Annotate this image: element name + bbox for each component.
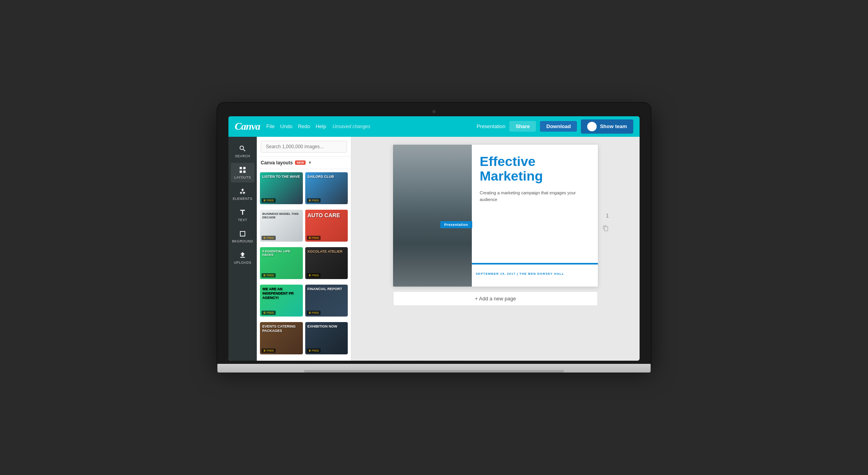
card-title: FINANCIAL REPORT [308, 287, 346, 291]
main-layout: SEARCH LAYOUTS ELEMENTS [228, 137, 640, 361]
layouts-icon [239, 166, 247, 174]
undo-menu[interactable]: Undo [280, 123, 292, 129]
crown-icon: ♛ [308, 274, 311, 277]
slide[interactable]: Effective Marketing Creating a marketing… [393, 145, 598, 287]
sidebar-item-uploads[interactable]: UPLOADS [231, 248, 254, 268]
sidebar-item-background[interactable]: BKGROUND [231, 227, 254, 246]
redo-menu[interactable]: Redo [298, 123, 310, 129]
card-title: AUTO CARE [308, 212, 346, 219]
file-menu[interactable]: File [266, 123, 274, 129]
crown-icon: ♛ [263, 274, 266, 277]
free-badge: ♛ FREE [262, 311, 276, 315]
layouts-grid: LISTEN TO THE WAVE ♛ FREE SAILORS CLUB ♛… [257, 169, 351, 361]
crown-icon: ♛ [308, 199, 311, 202]
slide-subtitle: Creating a marketing campaign that engag… [480, 190, 590, 203]
unsaved-changes-label: Unsaved changes [332, 124, 370, 129]
crown-icon: ♛ [308, 349, 311, 352]
layout-card-listen[interactable]: LISTEN TO THE WAVE ♛ FREE [260, 172, 303, 204]
background-icon [239, 230, 247, 238]
download-button[interactable]: Download [540, 121, 577, 132]
free-badge: ♛ FREE [307, 311, 321, 315]
crown-icon: ♛ [308, 311, 311, 315]
slide-content: Effective Marketing Creating a marketing… [393, 145, 598, 287]
card-title: EXHIBITION NOW [308, 324, 346, 329]
layout-card-agency[interactable]: WE ARE AN INDEPENDENT PR AGENCY! ♛ FREE [260, 285, 303, 317]
new-badge: NEW [295, 160, 306, 165]
sidebar-item-elements[interactable]: ELEMENTS [231, 184, 254, 204]
slide-image [393, 145, 472, 287]
layout-card-financial[interactable]: FINANCIAL REPORT ♛ FREE [305, 285, 348, 317]
text-label: TEXT [238, 218, 247, 222]
show-team-button[interactable]: Show team [581, 119, 633, 134]
sidebar-item-search[interactable]: SEARCH [231, 142, 254, 161]
search-box [257, 137, 351, 157]
crown-icon: ♛ [263, 236, 266, 240]
slide-text-area: Effective Marketing Creating a marketing… [472, 145, 598, 287]
free-badge: ♛ FREE [307, 273, 321, 278]
chevron-down-icon: ▼ [308, 160, 312, 165]
uploads-icon [239, 251, 247, 259]
card-title: EVENTS CATERING PACKAGES [262, 324, 300, 333]
free-badge: ♛ FREE [307, 236, 321, 240]
slide-title: Effective Marketing [480, 154, 590, 184]
crown-icon: ♛ [263, 311, 266, 315]
add-page-button[interactable]: + Add a new page [393, 291, 598, 306]
presentation-type-label: Presentation [477, 123, 505, 129]
free-badge: ♛ FREE [262, 273, 276, 278]
slide-image-overlay [393, 145, 472, 287]
canva-logo[interactable]: Canva [235, 121, 260, 132]
search-input[interactable] [261, 141, 347, 153]
layouts-dropdown-label: Canva layouts [261, 160, 293, 166]
slide-blue-bar [472, 263, 598, 265]
card-title: WE ARE AN INDEPENDENT PR AGENCY! [262, 287, 300, 300]
card-title: LISTEN TO THE WAVE [262, 175, 300, 179]
canvas-area: Effective Marketing Creating a marketing… [351, 137, 640, 361]
help-menu[interactable]: Help [315, 123, 326, 129]
layouts-label: LAYOUTS [234, 175, 251, 179]
layout-card-auto[interactable]: AUTO CARE ♛ FREE [305, 210, 348, 242]
layouts-header: Canva layouts NEW ▼ [257, 157, 351, 169]
topbar: Canva File Undo Redo Help Unsaved change… [228, 116, 640, 137]
search-label: SEARCH [235, 154, 250, 158]
layout-card-business[interactable]: Business Model this Decade ♛ FREE [260, 210, 303, 242]
sidebar-item-text[interactable]: TEXT [231, 205, 254, 225]
screen: Canva File Undo Redo Help Unsaved change… [228, 116, 640, 361]
camera [432, 110, 436, 113]
show-team-label: Show team [600, 123, 627, 129]
layout-card-events[interactable]: EVENTS CATERING PACKAGES ♛ FREE [260, 322, 303, 354]
screen-bezel: Canva File Undo Redo Help Unsaved change… [217, 103, 651, 364]
free-badge: ♛ FREE [262, 236, 276, 240]
slide-label-bar: Presentation [440, 221, 472, 228]
topbar-right: Presentation Share Download Show team [477, 119, 633, 134]
slide-container: Effective Marketing Creating a marketing… [393, 145, 598, 287]
free-badge: ♛ FREE [262, 198, 276, 203]
text-icon [239, 209, 247, 216]
topbar-menu: File Undo Redo Help [266, 123, 326, 129]
free-badge: ♛ FREE [307, 198, 321, 203]
elements-icon [239, 187, 247, 195]
free-badge: ♛ FREE [307, 348, 321, 353]
layout-card-chocolate[interactable]: XOCOLATE ATELIER ♛ FREE [305, 247, 348, 279]
layout-card-exhibition[interactable]: EXHIBITION NOW ♛ FREE [305, 322, 348, 354]
slide-page-number: 1 [606, 212, 609, 219]
layout-card-sailors[interactable]: SAILORS CLUB ♛ FREE [305, 172, 348, 204]
crown-icon: ♛ [263, 199, 266, 202]
laptop-base [217, 364, 651, 373]
share-button[interactable]: Share [509, 121, 536, 132]
elements-label: ELEMENTS [233, 197, 252, 201]
copy-page-icon[interactable] [603, 225, 609, 233]
laptop-container: Canva File Undo Redo Help Unsaved change… [217, 103, 651, 373]
app: Canva File Undo Redo Help Unsaved change… [228, 116, 640, 361]
slide-date: SEPTEMBER 15, 2017 | THE BEN DORSEY HALL [476, 272, 564, 276]
background-label: BKGROUND [232, 239, 253, 243]
layout-card-lifehacks[interactable]: 5 Essential Life Hacks ♛ FREE [260, 247, 303, 279]
sidebar: SEARCH LAYOUTS ELEMENTS [228, 137, 257, 361]
uploads-label: UPLOADS [234, 261, 251, 265]
crown-icon: ♛ [263, 349, 266, 352]
search-icon [239, 145, 247, 153]
crown-icon: ♛ [308, 236, 311, 240]
layouts-dropdown[interactable]: Canva layouts NEW ▼ [261, 160, 312, 166]
card-title: 5 Essential Life Hacks [262, 250, 300, 257]
card-title: Business Model this Decade [262, 212, 300, 220]
sidebar-item-layouts[interactable]: LAYOUTS [231, 163, 254, 183]
